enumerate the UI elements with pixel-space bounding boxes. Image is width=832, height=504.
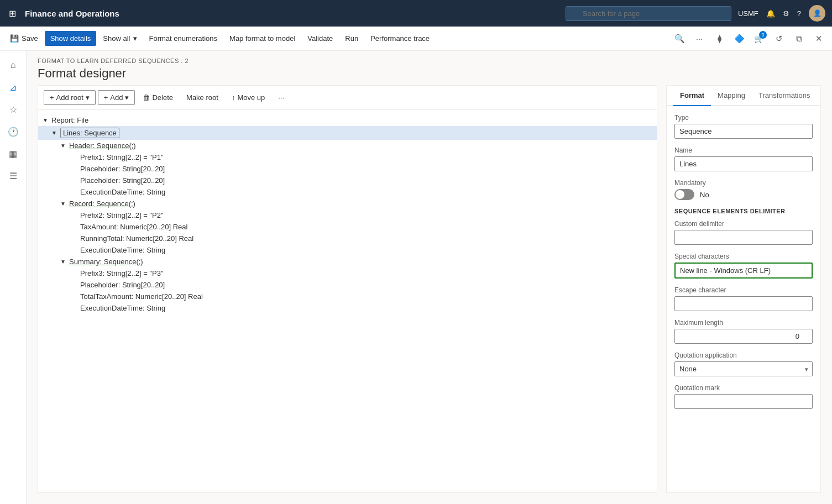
nav-right: USMF 🔔 ⚙ ? 👤 <box>738 5 825 22</box>
tab-mapping[interactable]: Mapping <box>711 86 752 106</box>
sidebar-filter-icon[interactable]: ⊿ <box>3 77 23 97</box>
name-label: Name <box>674 146 813 154</box>
tree-item-report[interactable]: ▼ Report: File <box>38 114 657 126</box>
quotation-app-select[interactable]: None Always When needed <box>674 361 813 376</box>
user-region: USMF <box>738 9 758 18</box>
tree-item-placeholder1[interactable]: Placeholder: String[20..20] <box>38 163 657 175</box>
run-button[interactable]: Run <box>339 31 364 46</box>
tree-label-totaltax: TotalTaxAmount: Numeric[20..20] Real <box>80 292 203 301</box>
tree-label-prefix3: Prefix3: String[2..2] = "P3" <box>80 269 164 277</box>
tab-validations[interactable]: Validations <box>817 86 821 106</box>
notification-icon[interactable]: 🔔 <box>766 9 775 18</box>
top-nav: ⊞ Finance and Operations 🔍 USMF 🔔 ⚙ ? 👤 <box>0 0 832 27</box>
tree-item-prefix3[interactable]: Prefix3: String[2..2] = "P3" <box>38 267 657 279</box>
mandatory-toggle[interactable] <box>674 189 694 200</box>
grid-icon[interactable]: ⊞ <box>7 6 18 21</box>
tab-transformations[interactable]: Transformations <box>752 86 817 106</box>
search-cmd-button[interactable]: 🔍 <box>671 30 688 48</box>
special-chars-wrap: New line - Windows (CR LF) New line - Un… <box>674 262 813 279</box>
close-button[interactable]: ✕ <box>810 30 828 48</box>
custom-delimiter-input[interactable] <box>674 230 813 245</box>
escape-char-input[interactable] <box>674 296 813 311</box>
prop-quotation-mark: Quotation mark <box>674 384 813 409</box>
tree-item-placeholder3[interactable]: Placeholder: String[20..20] <box>38 279 657 291</box>
tree-label-header: Header: Sequence(;) <box>69 141 136 150</box>
breadcrumb: FORMAT TO LEARN DEFERRED SEQUENCES : 2 <box>38 57 821 64</box>
props-panel: Format Mapping Transformations Validatio… <box>666 85 821 493</box>
max-length-label: Maximum length <box>674 319 813 327</box>
tree-item-runningtotal[interactable]: RunningTotal: Numeric[20..20] Real <box>38 233 657 244</box>
open-new-button[interactable]: ⧉ <box>790 30 808 48</box>
tree-item-execdt3[interactable]: ExecutionDateTime: String <box>38 302 657 314</box>
refresh-button[interactable]: ↺ <box>770 30 788 48</box>
more-tree-button[interactable]: ··· <box>273 91 290 104</box>
section-delimiter-title: SEQUENCE ELEMENTS DELIMITER <box>674 208 813 214</box>
sidebar-home-icon[interactable]: ⌂ <box>3 55 23 75</box>
special-chars-select[interactable]: New line - Windows (CR LF) New line - Un… <box>676 264 812 277</box>
tree-content: ▼ Report: File ▼ Lines: Sequence ▼ Heade… <box>38 110 657 492</box>
make-root-button[interactable]: Make root <box>181 91 224 104</box>
tree-item-totaltax[interactable]: TotalTaxAmount: Numeric[20..20] Real <box>38 291 657 302</box>
add-root-button[interactable]: + Add root ▾ <box>44 90 96 105</box>
tree-label-taxamount: TaxAmount: Numeric[20..20] Real <box>80 223 187 231</box>
sidebar-favorites-icon[interactable]: ☆ <box>3 99 23 119</box>
sidebar-list-icon[interactable]: ☰ <box>3 166 23 186</box>
cart-button[interactable]: 🛒 0 <box>750 30 768 48</box>
escape-char-label: Escape character <box>674 286 813 294</box>
validate-button[interactable]: Validate <box>302 31 338 46</box>
tree-item-placeholder2[interactable]: Placeholder: String[20..20] <box>38 175 657 186</box>
name-input[interactable] <box>674 156 813 171</box>
format-enumerations-button[interactable]: Format enumerations <box>144 31 223 46</box>
tree-arrow-summary: ▼ <box>60 259 69 265</box>
performance-trace-button[interactable]: Performance trace <box>365 31 435 46</box>
map-format-button[interactable]: Map format to model <box>224 31 301 46</box>
save-icon: 💾 <box>10 34 19 43</box>
settings-icon[interactable]: ⚙ <box>783 9 789 18</box>
command-bar: 💾 Save Show details Show all ▾ Format en… <box>0 27 832 51</box>
tree-label-placeholder1: Placeholder: String[20..20] <box>80 165 165 173</box>
extension-icon-button[interactable]: ⧫ <box>710 30 728 48</box>
max-length-input[interactable] <box>674 329 813 344</box>
tree-label-summary: Summary: Sequence(;) <box>69 258 143 266</box>
add-chevron-icon: ▾ <box>125 93 129 102</box>
tree-item-execdt2[interactable]: ExecutionDateTime: String <box>38 244 657 256</box>
tree-item-execdt1[interactable]: ExecutionDateTime: String <box>38 186 657 198</box>
tree-item-taxamount[interactable]: TaxAmount: Numeric[20..20] Real <box>38 221 657 233</box>
tree-label-execdt2: ExecutionDateTime: String <box>80 246 165 254</box>
tree-item-prefix1[interactable]: Prefix1: String[2..2] = "P1" <box>38 151 657 163</box>
special-chars-label: Special characters <box>674 253 813 260</box>
app-title: Finance and Operations <box>25 9 559 18</box>
save-button[interactable]: 💾 Save <box>4 31 44 46</box>
tree-toolbar: + Add root ▾ + Add ▾ 🗑 Delete Make ro <box>38 86 657 110</box>
tree-item-summary[interactable]: ▼ Summary: Sequence(;) <box>38 256 657 267</box>
office-icon-button[interactable]: 🔷 <box>730 30 748 48</box>
quotation-app-wrap: None Always When needed ▾ <box>674 361 813 376</box>
tree-item-lines[interactable]: ▼ Lines: Sequence <box>38 126 657 140</box>
delete-button[interactable]: 🗑 Delete <box>137 91 179 104</box>
search-input[interactable] <box>566 6 731 21</box>
tree-label-placeholder3: Placeholder: String[20..20] <box>80 281 165 289</box>
quotation-app-label: Quotation application <box>674 351 813 359</box>
move-up-button[interactable]: ↑ Move up <box>226 91 270 104</box>
tree-label-report: Report: File <box>51 116 88 124</box>
add-button[interactable]: + Add ▾ <box>98 90 135 105</box>
sidebar-recent-icon[interactable]: 🕐 <box>3 122 23 141</box>
quotation-mark-input[interactable] <box>674 394 813 409</box>
page-title: Format designer <box>38 66 821 81</box>
cmd-right: 🔍 ··· ⧫ 🔷 🛒 0 ↺ ⧉ ✕ <box>671 30 828 48</box>
designer-area: + Add root ▾ + Add ▾ 🗑 Delete Make ro <box>27 85 832 504</box>
avatar[interactable]: 👤 <box>809 5 825 22</box>
tree-item-record[interactable]: ▼ Record: Sequence(;) <box>38 198 657 209</box>
delete-icon: 🗑 <box>143 93 150 102</box>
help-icon[interactable]: ? <box>797 9 801 18</box>
more-button[interactable]: ··· <box>690 30 708 48</box>
tree-item-prefix2[interactable]: Prefix2: String[2..2] = "P2" <box>38 209 657 221</box>
tab-format[interactable]: Format <box>673 86 711 106</box>
prop-custom-delimiter: Custom delimiter <box>674 220 813 245</box>
show-details-button[interactable]: Show details <box>45 31 97 46</box>
sidebar-workspace-icon[interactable]: ▦ <box>3 144 23 164</box>
mandatory-no-label: No <box>700 191 709 199</box>
tree-item-header[interactable]: ▼ Header: Sequence(;) <box>38 140 657 151</box>
show-all-button[interactable]: Show all ▾ <box>97 31 142 46</box>
mandatory-row: No <box>674 189 813 200</box>
